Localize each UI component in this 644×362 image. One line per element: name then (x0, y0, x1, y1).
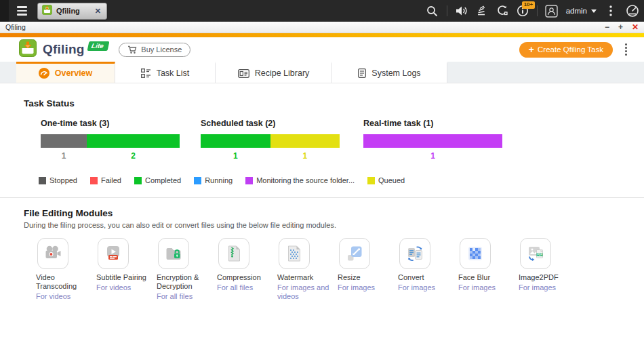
legend-swatch (39, 177, 46, 184)
task-status-charts: One-time task (3) 12 Scheduled task (2) … (0, 119, 644, 161)
chart-title: Real-time task (1) (363, 119, 502, 128)
tab-system-logs[interactable]: System Logs (332, 62, 447, 83)
subtitle-pairing-icon (98, 238, 129, 269)
task-list-icon (141, 68, 151, 78)
qfiling-window: Qfiling ✕ 10+ (0, 0, 644, 362)
chart-one-time-task: One-time task (3) 12 (41, 119, 180, 161)
module-convert[interactable]: Convert For images (398, 238, 458, 301)
app-header: Qfiling Lite Buy License + Create Qfilin… (0, 37, 644, 62)
image2pdf-icon: PDF (520, 238, 551, 269)
svg-text:PDF: PDF (537, 254, 542, 256)
module-face-blur[interactable]: Face Blur For images (458, 238, 519, 301)
dashboard-gauge-icon[interactable] (621, 0, 644, 22)
main-menu-button[interactable] (12, 0, 32, 22)
tab-overview-label: Overview (55, 68, 93, 78)
buy-license-label: Buy License (141, 45, 182, 54)
bar-segment-stopped (41, 134, 87, 148)
module-compression[interactable]: Compression For all files (217, 238, 277, 301)
legend-item-queued: Queued (367, 176, 405, 184)
tab-task-list[interactable]: Task List (115, 62, 216, 83)
tab-system-logs-label: System Logs (371, 68, 420, 78)
modules-row: Video Transcoding For videos Subtitle Pa… (36, 238, 644, 301)
bar-value-completed: 1 (201, 151, 270, 161)
chart-title: Scheduled task (2) (201, 119, 340, 128)
legend-item-running: Running (194, 176, 233, 184)
admin-menu[interactable]: admin (562, 7, 601, 15)
background-tasks-icon[interactable] (472, 0, 492, 22)
window-title: Qfiling (5, 23, 26, 31)
window-titlebar: Qfiling − + ✕ (0, 22, 644, 33)
header-more-options-icon[interactable] (617, 43, 635, 56)
module-subtitle-pairing[interactable]: Subtitle Pairing For videos (96, 238, 157, 301)
close-button[interactable]: ✕ (632, 23, 639, 31)
volume-icon[interactable] (451, 0, 472, 22)
notification-count-badge: 10+ (522, 1, 536, 9)
tab-overview[interactable]: Overview (16, 62, 115, 83)
corner-tile (0, 0, 9, 22)
bar-value-completed: 2 (87, 151, 180, 161)
one-time-task-values: 12 (41, 151, 180, 161)
face-blur-icon (460, 238, 491, 269)
plus-icon: + (529, 45, 534, 54)
real-time-task-bar (363, 134, 502, 148)
open-app-tab-qfiling[interactable]: Qfiling ✕ (37, 3, 107, 20)
legend-swatch (90, 177, 98, 184)
compression-icon (218, 238, 249, 269)
tab-recipe-library[interactable]: Recipe Library (216, 62, 332, 83)
tabbar-lead-spacer (0, 62, 16, 83)
module-resize[interactable]: Resize For images (338, 238, 398, 301)
bar-segment-completed (201, 134, 270, 148)
page-title: Qfiling (43, 42, 85, 57)
overview-panel: Task Status One-time task (3) 12 Schedul… (0, 83, 644, 362)
legend-item-failed: Failed (90, 176, 121, 184)
chevron-down-icon (591, 9, 597, 13)
bar-segment-completed (87, 134, 180, 148)
task-status-heading: Task Status (24, 83, 644, 108)
resource-monitor-icon[interactable] (492, 0, 512, 22)
resize-icon (339, 238, 370, 269)
qfiling-logo-icon (19, 39, 37, 60)
chart-real-time-task: Real-time task (1) 1 (363, 119, 502, 161)
tab-recipe-library-label: Recipe Library (255, 68, 310, 78)
desktop-topbar: Qfiling ✕ 10+ (0, 0, 644, 22)
status-legend: Stopped Failed Completed Running Monitor… (39, 176, 644, 184)
scheduled-task-values: 11 (201, 151, 340, 161)
watermark-icon (279, 238, 310, 269)
bar-segment-queued (270, 134, 340, 148)
recipe-library-icon (238, 69, 249, 78)
bar-value-monitoring-the-source-folder: 1 (363, 151, 502, 161)
module-video-transcoding[interactable]: Video Transcoding For videos (36, 238, 96, 301)
legend-item-completed: Completed (134, 176, 181, 184)
module-encryption-decryption[interactable]: Encryption & Decryption For all files (157, 238, 217, 301)
module-watermark[interactable]: Watermark For images and videos (277, 238, 338, 301)
system-logs-icon (358, 68, 366, 78)
qfiling-mini-logo-icon (42, 5, 52, 18)
admin-label: admin (566, 7, 587, 15)
legend-swatch (134, 177, 142, 184)
app-tab-label: Qfiling (56, 7, 91, 15)
module-image2pdf[interactable]: PDF Image2PDF For images (519, 238, 579, 301)
topbar-separator (537, 5, 538, 16)
user-avatar[interactable] (542, 0, 562, 22)
create-qfiling-task-button[interactable]: + Create Qfiling Task (519, 42, 613, 58)
topbar-separator (447, 5, 447, 16)
maximize-button[interactable]: + (618, 23, 623, 31)
cart-icon (127, 45, 137, 54)
bar-value-stopped: 1 (41, 151, 87, 161)
file-editing-modules-description: During the filing process, you can also … (24, 221, 644, 229)
create-task-label: Create Qfiling Task (538, 45, 603, 54)
more-options-icon[interactable] (601, 0, 621, 22)
search-icon[interactable] (422, 0, 443, 22)
file-editing-modules-heading: File Editing Modules (24, 208, 644, 218)
minimize-button[interactable]: − (605, 23, 609, 31)
legend-swatch (367, 177, 375, 184)
bar-segment-monitoring-the-source-folder (363, 134, 502, 148)
chart-scheduled-task: Scheduled task (2) 11 (201, 119, 340, 161)
buy-license-button[interactable]: Buy License (119, 43, 190, 57)
legend-swatch (245, 177, 253, 184)
legend-swatch (194, 177, 201, 184)
notifications-icon[interactable]: 10+ (512, 0, 533, 22)
scheduled-task-bar (201, 134, 340, 148)
app-tabbar: Overview Task List Recipe Library System… (0, 62, 644, 83)
app-tab-close-icon[interactable]: ✕ (95, 7, 101, 15)
